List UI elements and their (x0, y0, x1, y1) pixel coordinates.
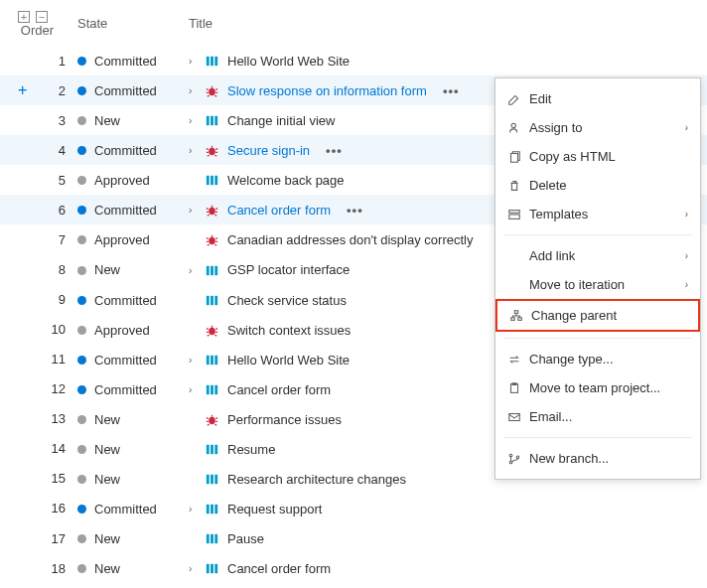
chevron-right-icon[interactable]: › (189, 563, 201, 574)
chevron-right-icon[interactable]: › (189, 145, 201, 156)
svg-rect-20 (207, 356, 210, 365)
svg-rect-22 (214, 356, 217, 365)
backlog-item-icon (205, 263, 219, 278)
more-actions-button[interactable]: ••• (443, 83, 460, 98)
menu-change-parent[interactable]: Change parent (495, 299, 700, 332)
menu-edit[interactable]: Edit (495, 84, 700, 113)
state-label: Approved (94, 173, 150, 188)
bug-icon (205, 323, 219, 338)
menu-templates[interactable]: Templates › (495, 200, 700, 228)
work-item-title[interactable]: Pause (227, 531, 264, 546)
add-item-button[interactable]: + (18, 81, 27, 99)
state-cell: Approved (71, 224, 183, 254)
chevron-right-icon[interactable]: › (189, 504, 201, 514)
state-dot-icon (77, 235, 86, 244)
svg-point-3 (209, 88, 215, 96)
chevron-right-icon[interactable]: › (189, 205, 201, 216)
title-cell: ›Request support (183, 494, 707, 523)
state-label: Committed (94, 54, 157, 69)
work-item-title[interactable]: Resume (227, 442, 275, 457)
menu-templates-label: Templates (529, 207, 685, 221)
menu-copy-html[interactable]: Copy as HTML (495, 142, 700, 171)
menu-email[interactable]: Email... (495, 402, 700, 431)
menu-assign-to[interactable]: Assign to › (495, 113, 700, 142)
state-label: New (94, 263, 120, 278)
expand-all-icon[interactable]: + (18, 11, 30, 23)
table-row[interactable]: 1Committed›Hello World Web Site (0, 46, 707, 75)
collapse-all-icon[interactable]: − (36, 11, 48, 23)
work-item-title[interactable]: Hello World Web Site (227, 54, 350, 69)
work-item-title[interactable]: GSP locator interface (227, 263, 350, 278)
menu-add-link[interactable]: Add link › (495, 241, 700, 270)
chevron-right-icon[interactable]: › (189, 115, 201, 126)
state-dot-icon (77, 445, 86, 454)
state-label: New (94, 442, 120, 457)
work-item-title[interactable]: Cancel order form (227, 382, 331, 397)
work-item-title[interactable]: Hello World Web Site (227, 353, 350, 368)
chevron-right-icon[interactable]: › (189, 85, 201, 96)
work-item-title[interactable]: Check service status (227, 293, 347, 308)
col-order[interactable]: + − Order (0, 0, 71, 46)
table-row[interactable]: 16Committed›Request support (0, 494, 707, 523)
chevron-right-icon[interactable]: › (189, 56, 201, 67)
title-cell: ›Cancel order form (183, 553, 707, 583)
svg-rect-25 (214, 385, 217, 394)
svg-rect-8 (207, 176, 210, 185)
svg-rect-40 (211, 564, 213, 573)
bug-icon (205, 83, 219, 98)
svg-point-52 (509, 454, 512, 457)
work-item-title[interactable]: Performance issues (227, 412, 342, 427)
state-cell: New (71, 254, 183, 284)
col-state[interactable]: State (71, 0, 183, 46)
state-dot-icon (77, 385, 86, 394)
svg-rect-47 (511, 317, 515, 320)
table-row[interactable]: 17NewPause (0, 523, 707, 553)
menu-delete[interactable]: Delete (495, 171, 700, 200)
state-label: Committed (94, 502, 157, 516)
work-item-title[interactable]: Switch context issues (227, 323, 351, 338)
chevron-right-icon[interactable]: › (189, 384, 201, 395)
work-item-title[interactable]: Canadian addresses don't display correct… (227, 232, 473, 247)
bug-icon (205, 143, 219, 158)
menu-move-iteration[interactable]: Move to iteration › (495, 270, 700, 299)
branch-icon (507, 452, 529, 466)
state-label: New (94, 113, 120, 128)
templates-icon (507, 208, 529, 221)
more-actions-button[interactable]: ••• (326, 143, 343, 158)
chevron-right-icon: › (685, 279, 688, 290)
svg-rect-38 (214, 534, 217, 543)
work-item-title[interactable]: Cancel order form (227, 203, 331, 218)
menu-change-type[interactable]: Change type... (495, 345, 700, 373)
order-cell: 15 (0, 464, 71, 494)
order-cell: 6 (0, 195, 71, 224)
col-title[interactable]: Title (183, 0, 707, 46)
state-label: Committed (94, 293, 157, 308)
menu-new-branch[interactable]: New branch... (495, 444, 700, 473)
work-item-title[interactable]: Secure sign-in (227, 143, 310, 158)
chevron-right-icon[interactable]: › (189, 265, 201, 276)
more-actions-button[interactable]: ••• (347, 203, 363, 218)
state-label: Committed (94, 382, 157, 397)
order-cell: 1 (0, 46, 71, 75)
table-row[interactable]: 18New›Cancel order form (0, 553, 707, 583)
menu-separator (503, 437, 692, 438)
work-item-title[interactable]: Request support (227, 502, 322, 516)
state-cell: Committed (71, 46, 183, 75)
state-label: Committed (94, 143, 157, 158)
menu-move-project[interactable]: Move to team project... (495, 373, 700, 402)
context-menu: Edit Assign to › Copy as HTML Delete Tem… (495, 77, 701, 480)
work-item-title[interactable]: Change initial view (227, 113, 335, 128)
order-cell: 7 (0, 224, 71, 254)
work-item-title[interactable]: Slow response on information form (227, 83, 427, 98)
work-item-title[interactable]: Research architecture changes (227, 472, 406, 487)
chevron-right-icon[interactable]: › (189, 355, 201, 366)
svg-rect-21 (211, 356, 213, 365)
state-label: Committed (94, 83, 157, 98)
copy-icon (507, 150, 529, 164)
state-dot-icon (77, 86, 86, 95)
state-dot-icon (77, 296, 86, 305)
state-label: New (94, 472, 120, 487)
work-item-title[interactable]: Welcome back page (227, 173, 345, 188)
work-item-title[interactable]: Cancel order form (227, 561, 331, 576)
order-cell: 13 (0, 404, 71, 434)
